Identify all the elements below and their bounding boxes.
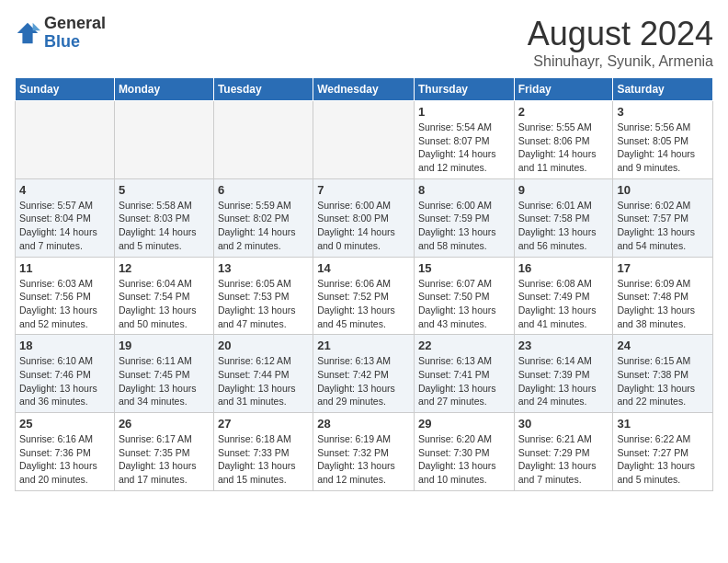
- calendar-week-row: 11Sunrise: 6:03 AMSunset: 7:56 PMDayligh…: [16, 257, 713, 335]
- calendar-week-row: 25Sunrise: 6:16 AMSunset: 7:36 PMDayligh…: [16, 413, 713, 491]
- calendar-day-cell: 18Sunrise: 6:10 AMSunset: 7:46 PMDayligh…: [16, 335, 115, 413]
- weekday-header: Wednesday: [313, 78, 415, 101]
- calendar-day-cell: 8Sunrise: 6:00 AMSunset: 7:59 PMDaylight…: [414, 178, 514, 257]
- day-number: 13: [218, 261, 309, 275]
- location-subtitle: Shinuhayr, Syunik, Armenia: [528, 53, 713, 70]
- day-info: Sunrise: 6:15 AMSunset: 7:38 PMDaylight:…: [617, 354, 709, 408]
- day-info: Sunrise: 6:09 AMSunset: 7:48 PMDaylight:…: [617, 277, 709, 331]
- day-number: 22: [418, 339, 510, 352]
- day-info: Sunrise: 5:58 AMSunset: 8:03 PMDaylight:…: [119, 199, 210, 253]
- calendar-day-cell: 25Sunrise: 6:16 AMSunset: 7:36 PMDayligh…: [16, 413, 115, 491]
- calendar-day-cell: 30Sunrise: 6:21 AMSunset: 7:29 PMDayligh…: [514, 413, 613, 491]
- day-number: 27: [218, 417, 309, 431]
- day-info: Sunrise: 6:12 AMSunset: 7:44 PMDaylight:…: [218, 354, 309, 408]
- day-number: 17: [617, 261, 709, 275]
- day-info: Sunrise: 5:54 AMSunset: 8:07 PMDaylight:…: [418, 121, 510, 175]
- calendar-table: SundayMondayTuesdayWednesdayThursdayFrid…: [15, 77, 713, 491]
- title-area: August 2024 Shinuhayr, Syunik, Armenia: [528, 15, 713, 70]
- calendar-day-cell: 5Sunrise: 5:58 AMSunset: 8:03 PMDaylight…: [114, 178, 213, 257]
- calendar-day-cell: 22Sunrise: 6:13 AMSunset: 7:41 PMDayligh…: [414, 335, 514, 413]
- day-info: Sunrise: 6:16 AMSunset: 7:36 PMDaylight:…: [19, 432, 110, 487]
- day-info: Sunrise: 6:00 AMSunset: 8:00 PMDaylight:…: [317, 199, 410, 253]
- calendar-day-cell: 6Sunrise: 5:59 AMSunset: 8:02 PMDaylight…: [213, 178, 313, 257]
- calendar-day-cell: 7Sunrise: 6:00 AMSunset: 8:00 PMDaylight…: [313, 178, 415, 257]
- calendar-day-cell: 23Sunrise: 6:14 AMSunset: 7:39 PMDayligh…: [514, 335, 613, 413]
- day-info: Sunrise: 6:08 AMSunset: 7:49 PMDaylight:…: [518, 277, 609, 331]
- day-info: Sunrise: 6:13 AMSunset: 7:42 PMDaylight:…: [317, 354, 410, 408]
- day-info: Sunrise: 6:10 AMSunset: 7:46 PMDaylight:…: [19, 354, 110, 408]
- day-number: 8: [418, 183, 510, 197]
- svg-marker-1: [33, 23, 40, 30]
- calendar-day-cell: 28Sunrise: 6:19 AMSunset: 7:32 PMDayligh…: [313, 413, 415, 491]
- calendar-day-cell: 9Sunrise: 6:01 AMSunset: 7:58 PMDaylight…: [514, 178, 613, 257]
- weekday-header: Thursday: [414, 78, 514, 101]
- day-number: 15: [418, 261, 510, 275]
- calendar-day-cell: 27Sunrise: 6:18 AMSunset: 7:33 PMDayligh…: [213, 413, 313, 491]
- page-header: General Blue August 2024 Shinuhayr, Syun…: [15, 15, 713, 70]
- logo-icon: [15, 20, 40, 46]
- day-number: 2: [518, 105, 609, 119]
- day-number: 21: [317, 339, 410, 352]
- day-number: 6: [218, 183, 309, 197]
- day-number: 29: [418, 417, 510, 431]
- day-info: Sunrise: 5:55 AMSunset: 8:06 PMDaylight:…: [518, 121, 609, 175]
- day-info: Sunrise: 6:00 AMSunset: 7:59 PMDaylight:…: [418, 199, 510, 253]
- calendar-day-cell: 14Sunrise: 6:06 AMSunset: 7:52 PMDayligh…: [313, 257, 415, 335]
- day-number: 23: [518, 339, 609, 352]
- day-number: 24: [617, 339, 709, 352]
- calendar-day-cell: 2Sunrise: 5:55 AMSunset: 8:06 PMDaylight…: [514, 101, 613, 179]
- day-info: Sunrise: 6:13 AMSunset: 7:41 PMDaylight:…: [418, 354, 510, 408]
- day-number: 5: [119, 183, 210, 197]
- day-info: Sunrise: 5:56 AMSunset: 8:05 PMDaylight:…: [617, 121, 709, 175]
- day-info: Sunrise: 6:06 AMSunset: 7:52 PMDaylight:…: [317, 277, 410, 331]
- logo-general-text: General: [44, 15, 106, 33]
- weekday-header: Friday: [514, 78, 613, 101]
- logo-blue-text: Blue: [44, 33, 106, 52]
- calendar-week-row: 4Sunrise: 5:57 AMSunset: 8:04 PMDaylight…: [16, 178, 713, 257]
- day-number: 31: [617, 417, 709, 431]
- day-number: 7: [317, 183, 410, 197]
- day-info: Sunrise: 6:03 AMSunset: 7:56 PMDaylight:…: [19, 277, 110, 331]
- calendar-day-cell: 4Sunrise: 5:57 AMSunset: 8:04 PMDaylight…: [16, 178, 115, 257]
- weekday-header-row: SundayMondayTuesdayWednesdayThursdayFrid…: [16, 78, 713, 101]
- calendar-day-cell: 24Sunrise: 6:15 AMSunset: 7:38 PMDayligh…: [613, 335, 713, 413]
- day-info: Sunrise: 6:05 AMSunset: 7:53 PMDaylight:…: [218, 277, 309, 331]
- day-number: 11: [19, 261, 110, 275]
- calendar-day-cell: 21Sunrise: 6:13 AMSunset: 7:42 PMDayligh…: [313, 335, 415, 413]
- day-info: Sunrise: 6:14 AMSunset: 7:39 PMDaylight:…: [518, 354, 609, 408]
- day-info: Sunrise: 6:21 AMSunset: 7:29 PMDaylight:…: [518, 432, 609, 487]
- day-number: 14: [317, 261, 410, 275]
- day-info: Sunrise: 6:19 AMSunset: 7:32 PMDaylight:…: [317, 432, 410, 487]
- day-info: Sunrise: 5:57 AMSunset: 8:04 PMDaylight:…: [19, 199, 110, 253]
- weekday-header: Saturday: [613, 78, 713, 101]
- day-number: 3: [617, 105, 709, 119]
- day-number: 20: [218, 339, 309, 352]
- calendar-day-cell: 29Sunrise: 6:20 AMSunset: 7:30 PMDayligh…: [414, 413, 514, 491]
- calendar-day-cell: 26Sunrise: 6:17 AMSunset: 7:35 PMDayligh…: [114, 413, 213, 491]
- calendar-day-cell: 19Sunrise: 6:11 AMSunset: 7:45 PMDayligh…: [114, 335, 213, 413]
- calendar-day-cell: 17Sunrise: 6:09 AMSunset: 7:48 PMDayligh…: [613, 257, 713, 335]
- calendar-day-cell: [313, 101, 415, 179]
- day-number: 19: [119, 339, 210, 352]
- day-number: 18: [19, 339, 110, 352]
- day-info: Sunrise: 6:02 AMSunset: 7:57 PMDaylight:…: [617, 199, 709, 253]
- day-info: Sunrise: 5:59 AMSunset: 8:02 PMDaylight:…: [218, 199, 309, 253]
- day-info: Sunrise: 6:18 AMSunset: 7:33 PMDaylight:…: [218, 432, 309, 487]
- calendar-day-cell: 31Sunrise: 6:22 AMSunset: 7:27 PMDayligh…: [613, 413, 713, 491]
- day-number: 28: [317, 417, 410, 431]
- month-title: August 2024: [528, 15, 713, 53]
- day-number: 4: [19, 183, 110, 197]
- calendar-day-cell: 13Sunrise: 6:05 AMSunset: 7:53 PMDayligh…: [213, 257, 313, 335]
- calendar-day-cell: 1Sunrise: 5:54 AMSunset: 8:07 PMDaylight…: [414, 101, 514, 179]
- day-number: 12: [119, 261, 210, 275]
- calendar-day-cell: 20Sunrise: 6:12 AMSunset: 7:44 PMDayligh…: [213, 335, 313, 413]
- weekday-header: Tuesday: [213, 78, 313, 101]
- day-number: 16: [518, 261, 609, 275]
- day-info: Sunrise: 6:07 AMSunset: 7:50 PMDaylight:…: [418, 277, 510, 331]
- weekday-header: Monday: [114, 78, 213, 101]
- day-number: 1: [418, 105, 510, 119]
- calendar-day-cell: 11Sunrise: 6:03 AMSunset: 7:56 PMDayligh…: [16, 257, 115, 335]
- day-info: Sunrise: 6:04 AMSunset: 7:54 PMDaylight:…: [119, 277, 210, 331]
- logo: General Blue: [15, 15, 106, 52]
- calendar-day-cell: 16Sunrise: 6:08 AMSunset: 7:49 PMDayligh…: [514, 257, 613, 335]
